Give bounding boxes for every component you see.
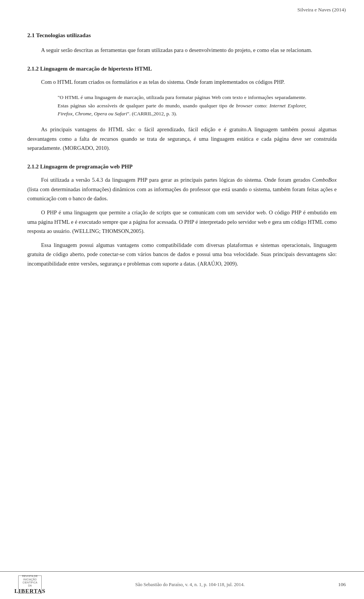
footer-logo-top-text: REVISTA DE INICIAÇÃO CIENTÍFICA DA [20,575,39,588]
section1-para1: A seguir serão descritas as ferramentas … [27,46,337,55]
subsection2-para1: Foi utilizada a versão 5.4.3 da linguage… [27,175,337,203]
header-text: Silveira e Naves (2014) [297,7,346,13]
footer-logo-name: LIBERTAS [14,588,46,594]
section-title-2-1: 2.1 Tecnologias utilizadas [27,32,337,39]
footer-citation: São Sebastião do Paraíso, v. 4, n. 1, p.… [42,582,338,588]
footer-logo: REVISTA DE INICIAÇÃO CIENTÍFICA DA LIBER… [18,575,42,594]
main-content: 2.1 Tecnologias utilizadas A seguir serã… [0,17,364,281]
subsection2-para2: O PHP é uma linguagem que permite a cria… [27,208,337,236]
page-footer: REVISTA DE INICIAÇÃO CIENTÍFICA DA LIBER… [0,571,364,599]
footer-logo-area: REVISTA DE INICIAÇÃO CIENTÍFICA DA LIBER… [18,575,42,594]
page-header: Silveira e Naves (2014) [0,0,364,17]
subsection1-para1: Com o HTML foram criados os formulários … [27,77,337,87]
subsection2-para3: Essa linguagem possui algumas vantagens … [27,241,337,269]
subsection-title-html: 2.1.2 Linguagem de marcação de hipertext… [27,66,337,72]
blockquote-html: "O HTML é uma linguagem de marcação, uti… [58,93,306,118]
footer-page-number: 106 [338,582,346,588]
subsection1-para2: As principais vantagens do HTML são: o f… [27,125,337,153]
subsection-title-php: 2.1.2 Linguagem de programação web PHP [27,164,337,170]
blockquote-text: "O HTML é uma linguagem de marcação, uti… [58,94,306,116]
